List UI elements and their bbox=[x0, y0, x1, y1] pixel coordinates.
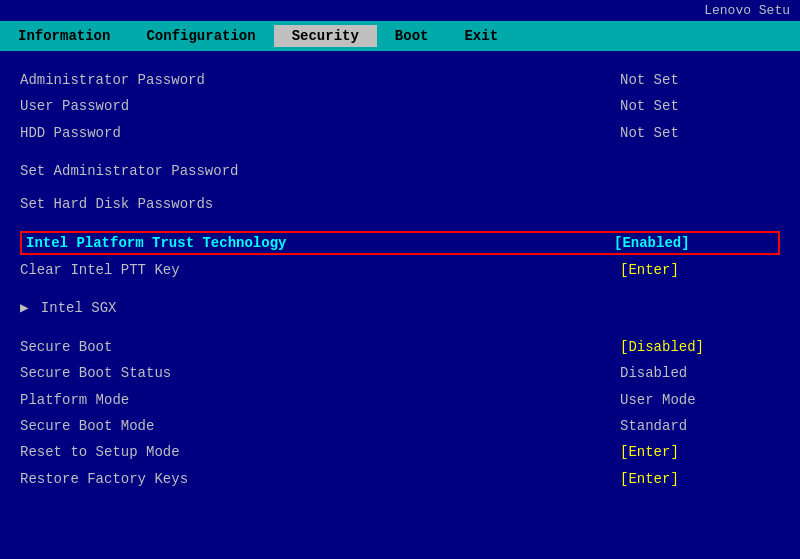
restore-factory-keys-label: Restore Factory Keys bbox=[20, 468, 188, 490]
restore-factory-keys-row[interactable]: Restore Factory Keys [Enter] bbox=[20, 466, 780, 492]
hdd-password-value: Not Set bbox=[620, 122, 780, 144]
reset-setup-mode-row[interactable]: Reset to Setup Mode [Enter] bbox=[20, 439, 780, 465]
menu-item-exit[interactable]: Exit bbox=[446, 25, 516, 47]
set-hard-disk-header[interactable]: Set Hard Disk Passwords bbox=[20, 191, 780, 217]
user-password-row: User Password Not Set bbox=[20, 93, 780, 119]
menu-item-security[interactable]: Security bbox=[274, 25, 377, 47]
menu-bar: Information Configuration Security Boot … bbox=[0, 21, 800, 51]
user-password-label: User Password bbox=[20, 95, 129, 117]
menu-item-configuration[interactable]: Configuration bbox=[128, 25, 273, 47]
reset-setup-mode-label: Reset to Setup Mode bbox=[20, 441, 180, 463]
platform-mode-row: Platform Mode User Mode bbox=[20, 387, 780, 413]
intel-ptt-label: Intel Platform Trust Technology bbox=[26, 235, 286, 251]
clear-intel-ptt-value: [Enter] bbox=[620, 259, 780, 281]
secure-boot-row[interactable]: Secure Boot [Disabled] bbox=[20, 334, 780, 360]
secure-boot-status-row: Secure Boot Status Disabled bbox=[20, 360, 780, 386]
hdd-password-label: HDD Password bbox=[20, 122, 121, 144]
platform-mode-label: Platform Mode bbox=[20, 389, 129, 411]
secure-boot-value: [Disabled] bbox=[620, 336, 780, 358]
platform-mode-value: User Mode bbox=[620, 389, 780, 411]
intel-ptt-value: [Enabled] bbox=[614, 235, 774, 251]
clear-intel-ptt-label: Clear Intel PTT Key bbox=[20, 259, 180, 281]
secure-boot-label: Secure Boot bbox=[20, 336, 112, 358]
secure-boot-mode-row: Secure Boot Mode Standard bbox=[20, 413, 780, 439]
hdd-password-row: HDD Password Not Set bbox=[20, 120, 780, 146]
reset-setup-mode-value: [Enter] bbox=[620, 441, 780, 463]
content-area: Administrator Password Not Set User Pass… bbox=[0, 51, 800, 508]
intel-sgx-item[interactable]: Intel SGX bbox=[20, 295, 780, 321]
bios-screen: Lenovo Setu Information Configuration Se… bbox=[0, 0, 800, 559]
restore-factory-keys-value: [Enter] bbox=[620, 468, 780, 490]
set-admin-password-header[interactable]: Set Administrator Password bbox=[20, 158, 780, 184]
menu-item-boot[interactable]: Boot bbox=[377, 25, 447, 47]
admin-password-row: Administrator Password Not Set bbox=[20, 67, 780, 93]
secure-boot-mode-value: Standard bbox=[620, 415, 780, 437]
user-password-value: Not Set bbox=[620, 95, 780, 117]
admin-password-value: Not Set bbox=[620, 69, 780, 91]
brand-label: Lenovo Setu bbox=[704, 3, 790, 18]
secure-boot-mode-label: Secure Boot Mode bbox=[20, 415, 154, 437]
menu-item-information[interactable]: Information bbox=[0, 25, 128, 47]
secure-boot-status-value: Disabled bbox=[620, 362, 780, 384]
secure-boot-status-label: Secure Boot Status bbox=[20, 362, 171, 384]
intel-ptt-row[interactable]: Intel Platform Trust Technology [Enabled… bbox=[20, 231, 780, 255]
clear-intel-ptt-row[interactable]: Clear Intel PTT Key [Enter] bbox=[20, 257, 780, 283]
admin-password-label: Administrator Password bbox=[20, 69, 205, 91]
brand-strip: Lenovo Setu bbox=[0, 0, 800, 21]
